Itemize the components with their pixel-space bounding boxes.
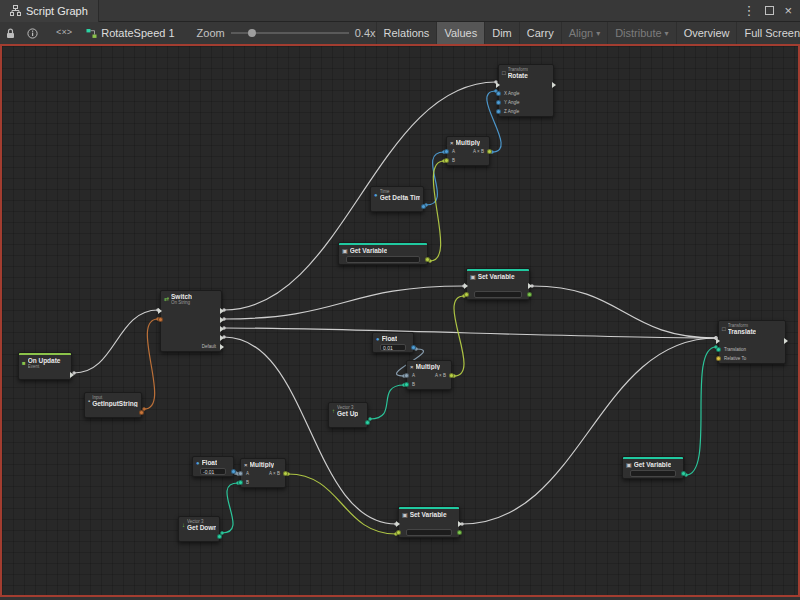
graph-canvas[interactable]: ■On UpdateEvent▪InputGetInputString⇄Swit… <box>0 44 800 597</box>
info-icon[interactable] <box>21 22 44 44</box>
node-get-input-string[interactable]: ▪InputGetInputString <box>84 392 142 418</box>
graph-breadcrumb[interactable]: RotateSpeed 1 <box>78 22 182 44</box>
input-port-val[interactable] <box>496 109 501 114</box>
output-port-val[interactable] <box>231 469 236 474</box>
input-port-val[interactable] <box>464 292 469 297</box>
output-port-val[interactable] <box>449 373 454 378</box>
output-port-val[interactable] <box>457 530 462 535</box>
output-port-flow[interactable] <box>220 335 224 341</box>
input-icon: ▪ <box>88 398 90 404</box>
input-port-flow[interactable] <box>716 338 720 344</box>
node-set-variable-2[interactable]: ▣Set Variable <box>398 506 460 538</box>
node-translate[interactable]: □TransformTranslateTranslationRelative T… <box>718 320 786 364</box>
node-get-delta-time[interactable]: ●TimeGet Delta Time <box>370 186 424 212</box>
node-header: □TransformRotate <box>499 65 553 80</box>
output-port-flow[interactable] <box>220 317 224 323</box>
node-header: ×Multiply <box>241 459 285 469</box>
output-port-flow[interactable] <box>528 283 532 289</box>
node-field[interactable]: -0.01 <box>200 468 226 475</box>
output-port-val[interactable] <box>283 471 288 476</box>
output-port-val[interactable] <box>139 410 144 415</box>
node-vector3-get-down[interactable]: ↓Vector 3Get Down <box>178 516 220 542</box>
node-field[interactable]: 0.01 <box>380 344 406 351</box>
output-port-val[interactable] <box>425 257 430 262</box>
window-menu-icon[interactable]: ⋮ <box>742 4 755 17</box>
node-multiply-2[interactable]: ×MultiplyAA × BB <box>406 360 452 390</box>
input-port-flow[interactable] <box>158 308 162 314</box>
lock-icon[interactable] <box>0 22 21 44</box>
output-port-flow[interactable] <box>220 308 224 314</box>
input-port-val[interactable] <box>444 158 449 163</box>
script-graph-icon <box>10 5 21 16</box>
node-field[interactable] <box>630 470 676 477</box>
node-set-variable-1[interactable]: ▣Set Variable <box>466 268 530 300</box>
toolbar-button-align[interactable]: Align▾ <box>561 22 607 44</box>
toolbar-button-relations[interactable]: Relations <box>376 22 437 44</box>
input-port-val[interactable] <box>396 530 401 535</box>
output-port-flow[interactable] <box>220 326 224 332</box>
output-port-flow[interactable] <box>458 521 462 527</box>
input-port-val[interactable] <box>238 471 243 476</box>
node-vector3-get-up[interactable]: ↑Vector 3Get Up <box>328 402 368 428</box>
zoom-slider[interactable] <box>231 26 349 40</box>
output-port-flow[interactable] <box>220 344 224 350</box>
node-on-update[interactable]: ■On UpdateEvent <box>18 352 72 380</box>
node-port-row: 0.01 <box>373 343 413 352</box>
node-port-row: X Angle <box>499 89 553 98</box>
input-port-flow[interactable] <box>396 521 400 527</box>
toolbar-button-carry[interactable]: Carry <box>519 22 561 44</box>
multiply-icon: × <box>244 462 248 468</box>
cube-icon: □ <box>722 326 726 332</box>
input-port-val[interactable] <box>496 100 501 105</box>
input-port-flow[interactable] <box>464 283 468 289</box>
node-title: Get Variable <box>350 247 388 254</box>
node-field[interactable] <box>474 291 522 298</box>
toolbar-button-dim[interactable]: Dim <box>484 22 519 44</box>
output-port-val[interactable] <box>527 292 532 297</box>
node-multiply-3[interactable]: ×MultiplyAA × BB <box>240 458 286 488</box>
zoom-slider-handle[interactable] <box>248 29 256 37</box>
output-port-val[interactable] <box>365 420 370 425</box>
toolbar-button-values[interactable]: Values <box>436 22 484 44</box>
input-port-flow[interactable] <box>496 82 500 88</box>
output-port-val[interactable] <box>421 204 426 209</box>
node-switch-on-string[interactable]: ⇄SwitchOn StringDefault <box>160 290 222 352</box>
input-port-val[interactable] <box>496 91 501 96</box>
input-port-val[interactable] <box>444 149 449 154</box>
output-port-flow[interactable] <box>70 372 74 378</box>
graph-name: RotateSpeed 1 <box>101 27 174 39</box>
output-port-flow[interactable] <box>552 82 556 88</box>
output-port-val[interactable] <box>411 345 416 350</box>
output-port-val[interactable] <box>217 534 222 539</box>
node-float-1[interactable]: ●Float0.01 <box>372 332 414 353</box>
node-rotate[interactable]: □TransformRotateX AngleY AngleZ Angle <box>498 64 554 117</box>
toolbar-button-full-screen[interactable]: Full Screen <box>736 22 800 44</box>
node-multiply-1[interactable]: ×MultiplyAA × BB <box>446 136 490 166</box>
output-port-flow[interactable] <box>784 338 788 344</box>
node-port-row: AA × B <box>407 371 451 380</box>
edit-graph-icon[interactable]: <×> <box>50 22 78 44</box>
node-field[interactable] <box>346 256 420 263</box>
close-icon[interactable]: × <box>784 4 792 17</box>
input-port-val[interactable] <box>716 347 721 352</box>
node-title: Switch <box>171 293 192 300</box>
output-port-val[interactable] <box>487 149 492 154</box>
node-get-variable-2[interactable]: ▣Get Variable <box>622 456 684 479</box>
node-port-row: Z Angle <box>499 107 553 116</box>
input-port-val[interactable] <box>238 480 243 485</box>
input-port-val[interactable] <box>158 317 163 322</box>
port-label: X Angle <box>504 91 520 96</box>
toolbar-button-distribute[interactable]: Distribute▾ <box>607 22 675 44</box>
maximize-icon[interactable] <box>765 6 774 15</box>
input-port-val[interactable] <box>404 373 409 378</box>
node-port-row <box>467 281 529 290</box>
graph-icon <box>86 28 97 39</box>
node-float-2[interactable]: ●Float-0.01 <box>192 456 234 477</box>
toolbar-button-overview[interactable]: Overview <box>676 22 737 44</box>
input-port-val[interactable] <box>404 382 409 387</box>
node-field[interactable] <box>406 529 452 536</box>
node-get-variable-1[interactable]: ▣Get Variable <box>338 242 428 265</box>
output-port-val[interactable] <box>681 471 686 476</box>
input-port-val[interactable] <box>716 356 721 361</box>
tab-script-graph[interactable]: Script Graph <box>0 0 99 22</box>
